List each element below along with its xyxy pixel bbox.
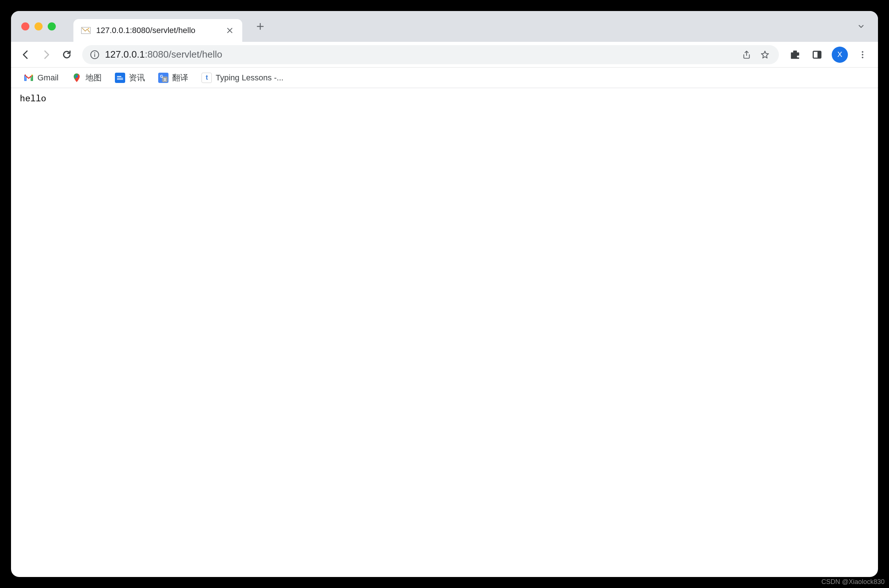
browser-window: 127.0.0.1:8080/servlet/hello 127. bbox=[11, 11, 878, 577]
svg-text:G: G bbox=[160, 74, 163, 78]
extensions-button[interactable] bbox=[787, 46, 803, 63]
profile-avatar[interactable]: X bbox=[832, 46, 848, 63]
svg-point-1 bbox=[88, 28, 89, 29]
bookmark-label: 资讯 bbox=[129, 72, 145, 83]
side-panel-button[interactable] bbox=[809, 46, 825, 63]
tabs-dropdown-button[interactable] bbox=[853, 18, 869, 34]
minimize-window-button[interactable] bbox=[34, 22, 43, 30]
bookmark-label: 地图 bbox=[85, 72, 102, 83]
svg-point-9 bbox=[862, 57, 863, 58]
toolbar: 127.0.0.1:8080/servlet/hello X bbox=[11, 42, 878, 68]
maximize-window-button[interactable] bbox=[48, 22, 56, 30]
gmail-icon bbox=[24, 73, 34, 83]
page-content: hello bbox=[11, 88, 878, 110]
url-path: :8080/servlet/hello bbox=[145, 49, 222, 60]
bookmark-typing[interactable]: t Typing Lessons -... bbox=[196, 70, 288, 86]
bookmark-translate[interactable]: G文 翻译 bbox=[153, 69, 193, 86]
new-tab-button[interactable] bbox=[251, 17, 270, 36]
address-bar[interactable]: 127.0.0.1:8080/servlet/hello bbox=[82, 45, 779, 64]
reload-button[interactable] bbox=[58, 46, 76, 63]
bookmark-news[interactable]: 资讯 bbox=[110, 69, 150, 86]
bookmarks-bar: Gmail 地图 资讯 G文 翻译 t Typing Lessons -... bbox=[11, 68, 878, 88]
site-info-icon[interactable] bbox=[90, 50, 100, 60]
bookmark-label: Gmail bbox=[37, 73, 58, 82]
svg-rect-14 bbox=[117, 79, 123, 80]
forward-button[interactable] bbox=[37, 46, 55, 63]
window-controls bbox=[11, 22, 56, 30]
bookmark-gmail[interactable]: Gmail bbox=[18, 70, 63, 86]
bookmark-label: Typing Lessons -... bbox=[216, 73, 283, 82]
close-window-button[interactable] bbox=[21, 22, 29, 30]
svg-point-7 bbox=[862, 51, 863, 52]
bookmark-label: 翻译 bbox=[172, 72, 188, 83]
svg-point-8 bbox=[862, 54, 863, 55]
menu-button[interactable] bbox=[855, 46, 871, 63]
svg-point-3 bbox=[94, 52, 96, 53]
tab-title: 127.0.0.1:8080/servlet/hello bbox=[96, 26, 219, 35]
svg-text:文: 文 bbox=[163, 78, 166, 81]
tab-favicon-icon bbox=[81, 26, 91, 36]
browser-tab[interactable]: 127.0.0.1:8080/servlet/hello bbox=[73, 19, 242, 42]
typing-icon: t bbox=[201, 73, 212, 83]
url-host: 127.0.0.1 bbox=[105, 49, 145, 60]
news-icon bbox=[115, 73, 125, 83]
back-button[interactable] bbox=[17, 46, 34, 63]
url-text: 127.0.0.1:8080/servlet/hello bbox=[105, 49, 735, 60]
bookmark-star-button[interactable] bbox=[758, 48, 772, 61]
translate-icon: G文 bbox=[158, 73, 168, 83]
close-tab-button[interactable] bbox=[225, 26, 235, 36]
svg-rect-12 bbox=[117, 76, 121, 77]
watermark: CSDN @Xiaolock830 bbox=[822, 578, 885, 586]
page-body-text: hello bbox=[20, 94, 46, 104]
maps-icon bbox=[72, 73, 82, 83]
svg-rect-4 bbox=[94, 54, 95, 57]
bookmark-maps[interactable]: 地图 bbox=[66, 69, 107, 86]
title-bar: 127.0.0.1:8080/servlet/hello bbox=[11, 11, 878, 42]
share-button[interactable] bbox=[740, 48, 753, 61]
svg-rect-6 bbox=[817, 51, 821, 58]
profile-initial: X bbox=[837, 50, 842, 59]
svg-rect-13 bbox=[117, 78, 123, 78]
svg-point-10 bbox=[76, 75, 78, 78]
